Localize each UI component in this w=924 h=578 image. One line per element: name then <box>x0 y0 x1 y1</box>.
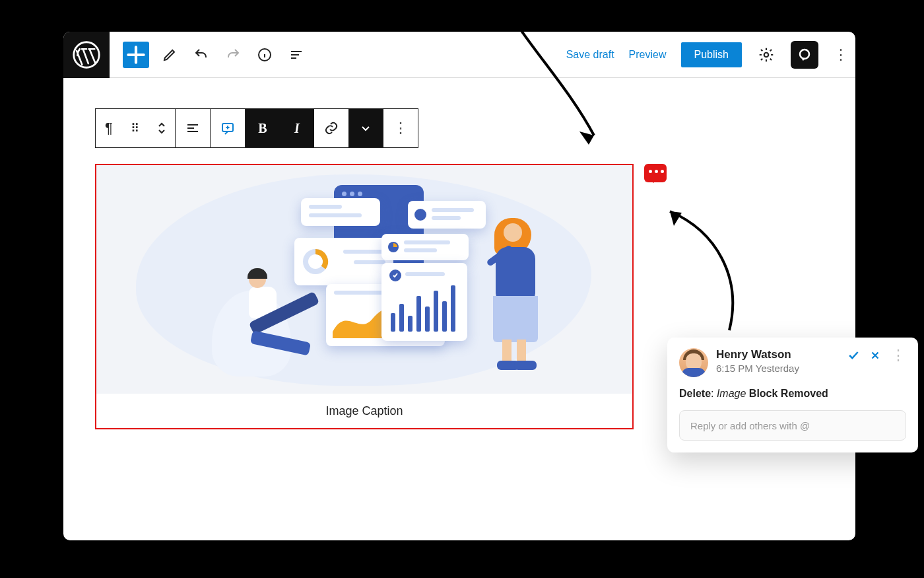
more-options-button[interactable]: ⋮ <box>833 48 849 62</box>
pencil-icon <box>162 47 178 63</box>
comment-author: Henry Watson <box>716 348 799 361</box>
topbar-left-group <box>123 42 308 68</box>
plus-icon <box>123 42 149 68</box>
redo-icon <box>225 47 241 63</box>
bold-icon: B <box>258 121 267 136</box>
reply-placeholder: Reply or add others with @ <box>690 420 810 431</box>
image-block-selected[interactable]: Image Caption <box>95 164 634 429</box>
plugin-button[interactable] <box>791 41 818 69</box>
link-button[interactable] <box>314 109 348 147</box>
comment-action: Delete <box>679 388 711 399</box>
comment-suffix: Block Removed <box>746 388 828 399</box>
move-updown-button[interactable] <box>148 109 175 147</box>
info-icon <box>257 47 273 63</box>
wordpress-logo[interactable] <box>63 32 110 78</box>
svg-point-2 <box>764 52 769 57</box>
drag-handle[interactable]: ⠿ <box>122 109 148 147</box>
resolve-check-icon[interactable] <box>847 349 860 362</box>
gear-icon <box>758 46 775 63</box>
undo-button[interactable] <box>190 44 213 66</box>
reply-input[interactable]: Reply or add others with @ <box>679 410 906 441</box>
link-icon <box>323 120 339 136</box>
image-content <box>96 165 632 394</box>
image-caption[interactable]: Image Caption <box>96 394 632 428</box>
comment-popup: Henry Watson 6:15 PM Yesterday ⋮ Delete:… <box>667 338 918 452</box>
redo-button[interactable] <box>222 44 244 66</box>
italic-button[interactable]: I <box>280 109 314 147</box>
pilcrow-icon: ¶ <box>105 120 113 137</box>
comment-body: Delete: Image Block Removed <box>679 388 906 400</box>
comment-plus-icon <box>220 120 236 136</box>
topbar-right-group: Save draft Preview Publish ⋮ <box>566 41 849 69</box>
comment-indicator[interactable] <box>644 164 667 182</box>
italic-icon: I <box>294 121 300 136</box>
wordpress-icon <box>73 41 100 69</box>
avatar <box>679 348 708 377</box>
comment-timestamp: 6:15 PM Yesterday <box>716 363 799 374</box>
block-more-button[interactable]: ⋮ <box>383 109 418 147</box>
block-toolbar: ¶ ⠿ B I <box>95 108 418 148</box>
edit-tool-button[interactable] <box>158 44 181 66</box>
chevron-down-icon <box>358 120 374 136</box>
list-view-button[interactable] <box>285 44 308 66</box>
chat-bubble-icon <box>797 47 812 63</box>
add-comment-button[interactable] <box>211 109 245 147</box>
paragraph-block-button[interactable]: ¶ <box>96 109 122 147</box>
comment-block-type: Image <box>717 388 746 399</box>
drag-icon: ⠿ <box>131 121 141 135</box>
preview-button[interactable]: Preview <box>629 49 667 61</box>
add-block-button[interactable] <box>123 42 149 68</box>
close-icon[interactable] <box>869 349 881 361</box>
publish-button[interactable]: Publish <box>681 42 742 67</box>
comment-more-button[interactable]: ⋮ <box>890 348 906 363</box>
bold-button[interactable]: B <box>246 109 280 147</box>
editor-window: Save draft Preview Publish ⋮ ¶ ⠿ <box>63 32 855 540</box>
outline-icon <box>288 47 304 63</box>
save-draft-button[interactable]: Save draft <box>566 49 614 61</box>
chevron-updown-icon <box>154 120 170 136</box>
document-info-button[interactable] <box>253 44 276 66</box>
svg-point-3 <box>800 50 809 59</box>
undo-icon <box>193 47 209 63</box>
align-left-icon <box>185 120 201 136</box>
more-formatting-button[interactable] <box>348 109 383 147</box>
kebab-icon: ⋮ <box>393 121 409 135</box>
settings-button[interactable] <box>756 45 776 65</box>
align-button[interactable] <box>176 109 210 147</box>
editor-topbar: Save draft Preview Publish ⋮ <box>63 32 855 78</box>
